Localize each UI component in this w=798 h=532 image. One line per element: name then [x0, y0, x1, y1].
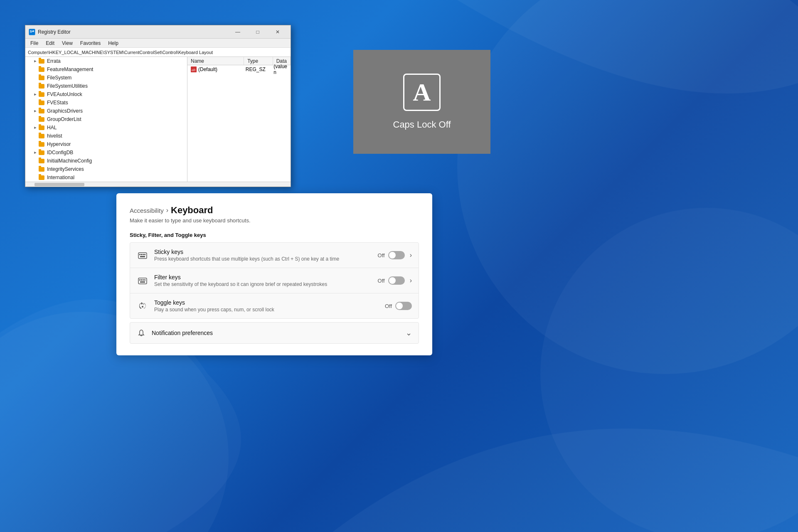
- svg-rect-4: [30, 30, 32, 31]
- maximize-button[interactable]: □: [248, 25, 267, 39]
- folder-icon: [39, 166, 45, 172]
- tree-item-integrityservices[interactable]: IntegrityServices: [25, 165, 187, 173]
- caps-lock-letter: A: [413, 80, 431, 105]
- notification-preferences-label: Notification preferences: [152, 330, 400, 336]
- window-body: ► Errata FeatureManagement FileSystem Fi…: [25, 57, 291, 182]
- filter-keys-toggle-label: Off: [378, 278, 385, 284]
- folder-icon: [39, 116, 45, 122]
- detail-type: REG_SZ: [242, 65, 270, 74]
- sticky-filter-toggle-card: Sticky keys Press keyboard shortcuts tha…: [130, 242, 419, 319]
- expand-icon: [32, 158, 39, 164]
- toggle-knob: [389, 252, 396, 259]
- sticky-keys-control: Off ›: [378, 251, 412, 259]
- menu-bar: File Edit View Favorites Help: [25, 39, 291, 48]
- svg-rect-11: [139, 254, 140, 255]
- tree-item-idconfigdb[interactable]: ► IDConfigDB: [25, 148, 187, 157]
- toggle-keys-row[interactable]: Toggle keys Play a sound when you press …: [130, 293, 419, 318]
- filter-keys-row[interactable]: Filter keys Set the sensitivity of the k…: [130, 268, 419, 293]
- tree-item-fveautounlock[interactable]: ► FVEAutoUnlock: [25, 90, 187, 99]
- app-icon: [29, 29, 35, 35]
- tree-item-errata[interactable]: ► Errata: [25, 57, 187, 65]
- horizontal-scrollbar[interactable]: [25, 182, 291, 187]
- filter-keys-toggle[interactable]: [388, 276, 405, 285]
- sticky-keys-text: Sticky keys Press keyboard shortcuts tha…: [154, 249, 372, 262]
- caps-lock-notification: A Caps Lock Off: [353, 50, 490, 154]
- menu-edit[interactable]: Edit: [42, 39, 58, 47]
- breadcrumb-current: Keyboard: [171, 205, 213, 216]
- sticky-keys-icon: [137, 249, 148, 261]
- minimize-button[interactable]: —: [228, 25, 247, 39]
- tree-item-hivelist[interactable]: hivelist: [25, 132, 187, 140]
- filter-keys-control: Off ›: [378, 276, 412, 285]
- svg-rect-16: [138, 278, 147, 284]
- scrollbar-thumb[interactable]: [34, 183, 84, 186]
- sticky-keys-row[interactable]: Sticky keys Press keyboard shortcuts tha…: [130, 243, 419, 268]
- expand-icon: [32, 74, 39, 81]
- expand-icon: ►: [32, 91, 39, 98]
- folder-icon: [39, 75, 45, 81]
- expand-icon: ►: [32, 108, 39, 114]
- tree-item-fvestats[interactable]: FVEStats: [25, 99, 187, 107]
- tree-item-hal[interactable]: ► HAL: [25, 123, 187, 132]
- toggle-knob: [396, 303, 403, 309]
- toggle-keys-icon: [137, 300, 148, 312]
- tree-item-graphicsdrivers[interactable]: ► GraphicsDrivers: [25, 107, 187, 115]
- close-button[interactable]: ✕: [268, 25, 287, 39]
- filter-keys-icon: [137, 275, 148, 286]
- tree-item-initialmachineconfig[interactable]: InitialMachineConfig: [25, 157, 187, 165]
- detail-name: ab (Default): [187, 65, 242, 74]
- svg-rect-13: [143, 254, 144, 255]
- notification-preferences-expand-icon: ⌄: [406, 328, 412, 337]
- folder-icon: [39, 133, 45, 139]
- expand-icon: [32, 83, 39, 89]
- svg-rect-5: [30, 31, 32, 32]
- menu-help[interactable]: Help: [105, 39, 122, 47]
- folder-icon: [39, 66, 45, 72]
- folder-icon: [39, 91, 45, 97]
- folder-icon: [39, 125, 45, 131]
- svg-point-22: [142, 306, 143, 308]
- tree-item-international[interactable]: International: [25, 173, 187, 182]
- svg-rect-15: [140, 256, 145, 257]
- tree-item-filesystemutilities[interactable]: FileSystemUtilities: [25, 82, 187, 90]
- menu-view[interactable]: View: [59, 39, 76, 47]
- svg-text:ab: ab: [192, 68, 196, 72]
- notification-preferences-card: Notification preferences ⌄: [130, 322, 419, 344]
- address-bar-text: Computer\HKEY_LOCAL_MACHINE\SYSTEM\Curre…: [28, 50, 213, 55]
- notification-bell-icon: [137, 328, 146, 337]
- sticky-keys-title: Sticky keys: [154, 249, 372, 255]
- sticky-keys-chevron-icon: ›: [410, 251, 412, 259]
- toggle-knob: [389, 277, 396, 284]
- tree-item-filesystem[interactable]: FileSystem: [25, 74, 187, 82]
- tree-item-grouporderlist[interactable]: GroupOrderList: [25, 115, 187, 123]
- menu-favorites[interactable]: Favorites: [77, 39, 104, 47]
- notification-preferences-row[interactable]: Notification preferences ⌄: [130, 323, 419, 343]
- filter-keys-desc: Set the sensitivity of the keyboard so i…: [154, 281, 372, 287]
- col-header-name: Name: [187, 57, 244, 65]
- folder-icon: [39, 108, 45, 114]
- toggle-keys-toggle[interactable]: [395, 302, 412, 310]
- svg-rect-21: [140, 281, 145, 283]
- tree-item-featuremanagement[interactable]: FeatureManagement: [25, 65, 187, 74]
- breadcrumb: Accessibility › Keyboard: [130, 205, 419, 216]
- toggle-keys-control: Off: [385, 302, 412, 310]
- svg-point-1: [540, 208, 798, 532]
- filter-keys-chevron-icon: ›: [410, 277, 412, 284]
- detail-data: (value n: [270, 65, 291, 74]
- tree-item-hypervisor[interactable]: Hypervisor: [25, 140, 187, 148]
- folder-icon: [39, 100, 45, 106]
- address-bar[interactable]: Computer\HKEY_LOCAL_MACHINE\SYSTEM\Curre…: [25, 48, 291, 57]
- sticky-keys-toggle[interactable]: [388, 251, 405, 259]
- detail-row-default[interactable]: ab (Default) REG_SZ (value n: [187, 65, 291, 74]
- registry-tree-panel[interactable]: ► Errata FeatureManagement FileSystem Fi…: [25, 57, 187, 182]
- window-title: Registry Editor: [38, 29, 228, 35]
- toggle-keys-text: Toggle keys Play a sound when you press …: [154, 299, 379, 313]
- expand-icon: ►: [32, 124, 39, 131]
- toggle-keys-title: Toggle keys: [154, 299, 379, 306]
- menu-file[interactable]: File: [27, 39, 42, 47]
- svg-rect-17: [139, 279, 140, 281]
- filter-keys-title: Filter keys: [154, 274, 372, 281]
- accessibility-keyboard-settings: Accessibility › Keyboard Make it easier …: [116, 193, 432, 355]
- breadcrumb-parent: Accessibility: [130, 207, 164, 214]
- svg-rect-10: [138, 253, 147, 259]
